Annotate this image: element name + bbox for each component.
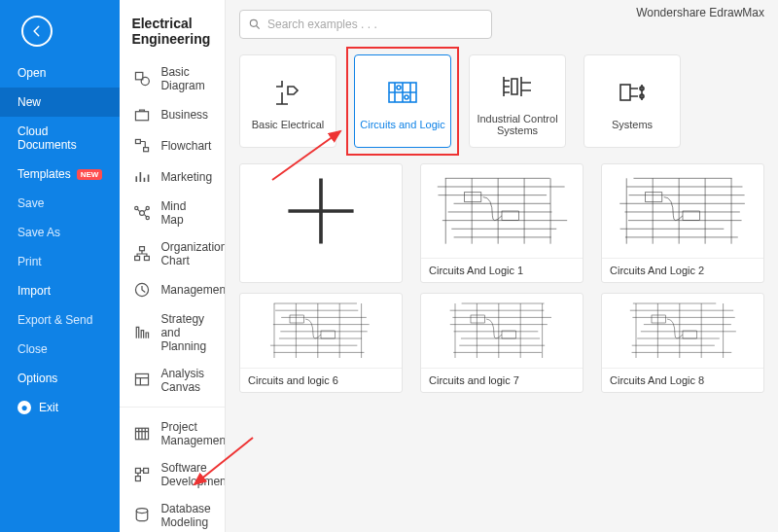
category-item-organizational-chart[interactable]: Organizational Chart [120,233,225,274]
template-card[interactable]: Circuits and logic 6 [239,293,403,393]
sidebar-item-exit[interactable]: ● Exit [0,393,120,422]
svg-rect-78 [321,331,335,338]
svg-rect-17 [136,477,141,481]
tile-label: Industrial Control Systems [474,113,561,136]
sidebar-left: OpenNewCloud DocumentsTemplatesNEWSaveSa… [0,0,120,532]
svg-point-18 [137,509,148,514]
sidebar-item-new[interactable]: New [0,88,120,117]
svg-point-29 [397,86,401,89]
svg-rect-2 [136,112,149,121]
svg-rect-93 [502,331,515,338]
template-card[interactable]: Circuits And Logic 1 [420,163,584,283]
category-item-project-management[interactable]: Project Management [120,413,225,454]
template-grid: Circuits And Logic 1Circuits And Logic 2… [226,158,778,532]
svg-rect-62 [646,193,662,202]
exit-icon: ● [18,401,31,414]
sidebar-item-label: Export & Send [18,313,92,327]
back-button[interactable] [21,16,53,47]
template-thumb [240,294,402,368]
svg-line-27 [257,26,260,29]
category-item-label: Flowchart [160,139,211,153]
category-list: Basic DiagramBusinessFlowchartMarketingM… [120,58,225,532]
sidebar-item-label: Options [18,372,57,385]
template-card[interactable]: Circuits And Logic 2 [601,163,764,283]
bars-icon [133,168,151,186]
search-box[interactable] [239,10,492,39]
category-item-management[interactable]: Management [120,274,225,305]
sidebar-item-label: Open [18,66,46,80]
tile-icon [497,66,538,107]
tile-circuits-and-logic[interactable]: Circuits and Logic [354,54,451,148]
tile-label: Systems [612,119,653,130]
svg-point-1 [142,77,150,85]
tile-industrial-control-systems[interactable]: Industrial Control Systems [469,54,566,148]
tile-icon [267,72,308,113]
search-icon [248,18,262,31]
mind-icon [133,204,151,222]
category-item-label: Project Management [160,420,225,447]
template-thumb [421,164,583,258]
sidebar-item-close[interactable]: Close [0,335,120,364]
template-card[interactable]: Circuits And Logic 8 [601,293,764,393]
tile-icon [382,72,423,113]
category-item-database-modeling[interactable]: Database Modeling [120,495,225,532]
category-item-software-development[interactable]: Software Development [120,454,225,495]
template-thumb [602,164,763,258]
category-column: Electrical Engineering Basic DiagramBusi… [120,0,226,532]
category-item-analysis-canvas[interactable]: Analysis Canvas [120,360,225,401]
divider [120,407,225,408]
category-item-marketing[interactable]: Marketing [120,161,225,193]
svg-rect-9 [140,247,145,251]
template-label: Circuits And Logic 2 [602,258,763,282]
tile-label: Circuits and Logic [360,119,444,130]
proj-icon [133,425,151,443]
sidebar-item-open[interactable]: Open [0,58,120,88]
category-item-label: Management [160,283,225,297]
shape-icon [133,70,151,88]
sidebar-item-templates[interactable]: TemplatesNEW [0,160,120,189]
category-item-flowchart[interactable]: Flowchart [120,130,225,161]
template-card[interactable]: Circuits and logic 7 [420,293,584,393]
svg-rect-48 [502,211,518,221]
page-title: Electrical Engineering [120,0,225,58]
category-item-label: Mind Map [160,199,211,227]
soft-icon [133,466,151,483]
svg-rect-63 [683,211,699,221]
template-thumb [602,294,763,368]
svg-rect-15 [136,468,141,473]
svg-rect-92 [471,315,484,323]
mgmt-icon [133,281,151,299]
category-item-label: Basic Diagram [160,65,211,92]
category-item-strategy-and-planning[interactable]: Strategy and Planning [120,305,225,360]
canvas-icon [133,372,151,389]
template-label: Circuits and logic 6 [240,368,402,392]
category-item-business[interactable]: Business [120,99,225,130]
svg-rect-31 [620,85,630,100]
svg-rect-10 [135,256,140,260]
sidebar-item-save-as[interactable]: Save As [0,218,120,247]
svg-rect-3 [136,139,141,143]
sidebar-item-cloud-documents[interactable]: Cloud Documents [0,117,120,160]
template-label: Circuits and logic 7 [421,368,583,392]
flow-icon [133,137,151,155]
db-icon [133,507,151,524]
sidebar-item-print[interactable]: Print [0,247,120,276]
category-item-mind-map[interactable]: Mind Map [120,193,225,233]
tile-systems[interactable]: Systems [584,54,681,148]
sidebar-item-label: Cloud Documents [18,124,102,152]
sidebar-item-label: Print [18,255,42,268]
category-item-basic-diagram[interactable]: Basic Diagram [120,58,225,99]
sidebar-item-import[interactable]: Import [0,276,120,305]
svg-point-5 [140,211,145,216]
template-card[interactable] [239,163,403,283]
new-badge: NEW [77,169,103,180]
sidebar-item-save[interactable]: Save [0,189,120,218]
sidebar-item-export-send[interactable]: Export & Send [0,305,120,335]
svg-rect-16 [144,468,149,473]
search-input[interactable] [267,18,483,31]
category-item-label: Database Modeling [160,502,211,529]
tile-basic-electrical[interactable]: Basic Electrical [239,54,336,148]
brand-label: Wondershare EdrawMax [636,6,764,19]
sidebar-item-options[interactable]: Options [0,364,120,393]
template-label: Circuits And Logic 1 [421,258,583,282]
